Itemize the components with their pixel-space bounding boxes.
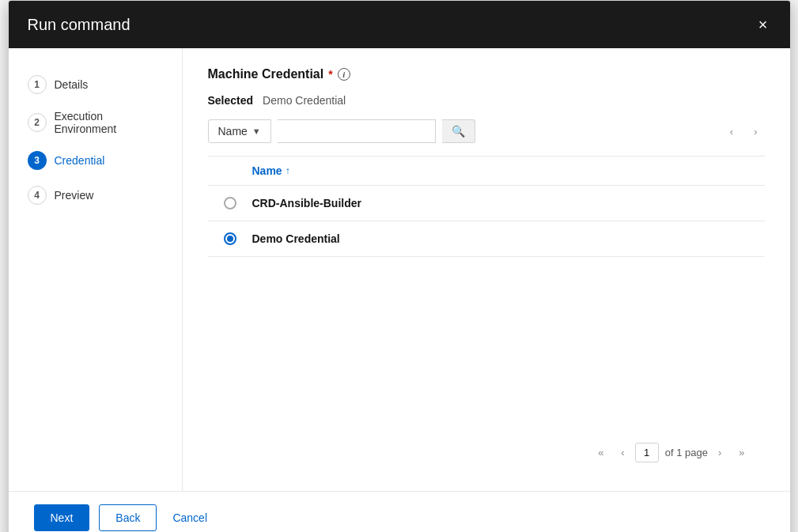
run-command-modal: Run command × 1 Details 2 Execution Envi…: [8, 0, 791, 532]
step-number-3: 3: [28, 151, 47, 170]
close-button[interactable]: ×: [755, 13, 771, 36]
column-name-label: Name: [252, 164, 282, 177]
pagination-top: ‹ ›: [723, 122, 765, 141]
section-header: Machine Credential * i: [208, 67, 765, 81]
filter-dropdown[interactable]: Name ▼: [208, 119, 271, 143]
selected-label: Selected: [208, 94, 254, 107]
modal-title: Run command: [28, 16, 130, 34]
sidebar-item-preview[interactable]: 4 Preview: [9, 178, 182, 213]
radio-button-2[interactable]: [224, 232, 236, 245]
table-row[interactable]: CRD-Ansible-Builder: [208, 186, 765, 221]
filter-label: Name: [218, 125, 248, 138]
modal-footer: Next Back Cancel: [9, 491, 790, 532]
sidebar-label-execution-environment: Execution Environment: [55, 110, 163, 135]
search-icon: 🔍: [452, 125, 465, 138]
required-star: *: [328, 68, 332, 81]
back-button[interactable]: Back: [99, 504, 157, 531]
credentials-table: Name ↑ CRD-Ansible-Builder Demo: [208, 156, 765, 433]
sidebar-label-credential: Credential: [55, 154, 105, 167]
selected-value: Demo Credential: [263, 94, 346, 107]
credential-name-1: CRD-Ansible-Builder: [252, 197, 361, 209]
column-header-name[interactable]: Name ↑: [252, 164, 290, 177]
sidebar: 1 Details 2 Execution Environment 3 Cred…: [9, 48, 183, 491]
chevron-left-icon: ‹: [730, 126, 733, 138]
radio-button-1[interactable]: [224, 197, 236, 209]
info-icon[interactable]: i: [338, 68, 350, 81]
credential-name-2: Demo Credential: [252, 232, 340, 245]
sidebar-item-execution-environment[interactable]: 2 Execution Environment: [9, 102, 182, 143]
radio-cell-2[interactable]: [221, 232, 240, 245]
radio-cell-1[interactable]: [221, 197, 240, 209]
sidebar-item-details[interactable]: 1 Details: [9, 67, 182, 102]
chevron-right-icon: ›: [754, 126, 757, 138]
modal-header: Run command ×: [9, 1, 790, 48]
sidebar-label-details: Details: [55, 78, 89, 91]
step-number-2: 2: [28, 113, 47, 132]
section-title-text: Machine Credential: [208, 67, 324, 81]
next-page-button[interactable]: ›: [747, 122, 764, 141]
sidebar-label-preview: Preview: [55, 189, 94, 202]
last-page-button[interactable]: »: [732, 443, 751, 462]
search-button[interactable]: 🔍: [442, 119, 475, 143]
table-header-row: Name ↑: [208, 157, 765, 186]
search-bar: Name ▼ 🔍: [208, 119, 475, 143]
main-content: Machine Credential * i Selected Demo Cre…: [183, 48, 790, 491]
table-row[interactable]: Demo Credential: [208, 221, 765, 257]
sort-asc-icon: ↑: [286, 165, 290, 176]
chevron-down-icon: ▼: [252, 126, 261, 136]
step-number-1: 1: [28, 75, 47, 94]
pagination-bottom: « ‹ 1 of 1 page › »: [208, 433, 765, 472]
prev-page-button-bottom[interactable]: ‹: [614, 443, 631, 462]
page-info-text: of 1 page: [665, 447, 708, 458]
step-number-4: 4: [28, 186, 47, 205]
current-page-number: 1: [635, 443, 659, 462]
search-input[interactable]: [278, 119, 436, 143]
next-button[interactable]: Next: [34, 504, 90, 531]
selected-row: Selected Demo Credential: [208, 94, 765, 107]
first-page-button[interactable]: «: [591, 443, 611, 462]
modal-body: 1 Details 2 Execution Environment 3 Cred…: [9, 48, 790, 491]
cancel-button[interactable]: Cancel: [166, 505, 214, 530]
prev-page-button[interactable]: ‹: [723, 122, 740, 141]
next-page-button-bottom[interactable]: ›: [711, 443, 728, 462]
sidebar-item-credential[interactable]: 3 Credential: [9, 143, 182, 178]
